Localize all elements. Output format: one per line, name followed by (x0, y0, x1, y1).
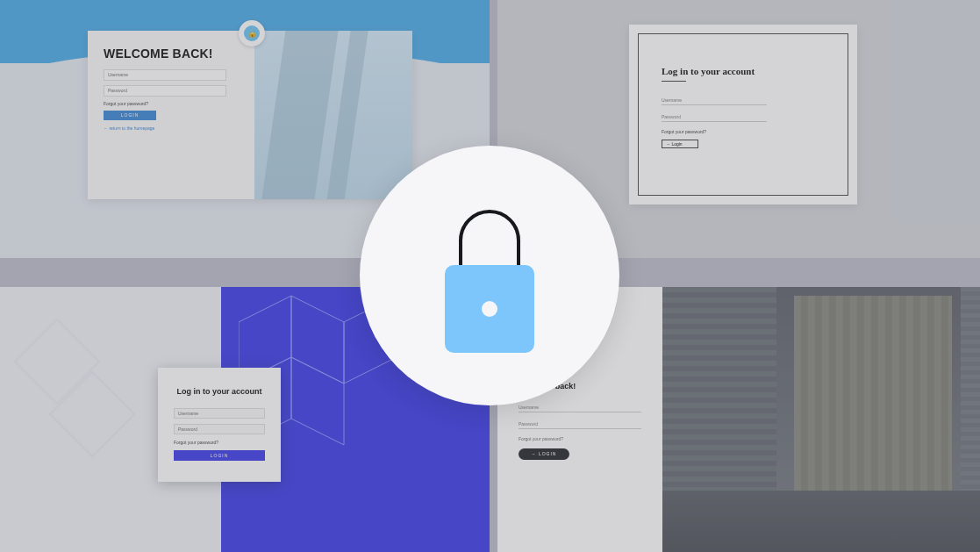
svg-point-6 (482, 301, 497, 317)
login-button[interactable]: LOGIN (174, 450, 265, 461)
forgot-password-link[interactable]: Forgot your password? (104, 101, 239, 106)
forgot-password-link[interactable]: Forgot your password? (662, 129, 825, 134)
username-field[interactable]: Username (174, 408, 265, 419)
svg-marker-2 (291, 357, 344, 445)
center-lock-circle (360, 146, 619, 405)
username-field[interactable]: Username (519, 403, 641, 412)
login-title: Log in to your account (174, 387, 265, 396)
username-field[interactable]: Username (662, 96, 767, 105)
login-card-tl: 🔒 WELCOME BACK! Username Password Forgot… (88, 31, 412, 199)
login-layout-showcase: 🔒 WELCOME BACK! Username Password Forgot… (0, 0, 980, 552)
lock-icon: 🔒 (244, 25, 260, 41)
title-underline (662, 81, 686, 82)
password-field[interactable]: Password (174, 424, 265, 434)
password-field[interactable]: Password (104, 85, 226, 97)
password-field[interactable]: Password (662, 112, 767, 122)
login-card-tr: Log in to your account Username Password… (629, 25, 857, 204)
welcome-title: WELCOME BACK! (104, 47, 239, 61)
forgot-password-link[interactable]: Forgot your password? (519, 436, 641, 441)
login-button[interactable]: LOGIN (104, 111, 156, 120)
forgot-password-link[interactable]: Forgot your password? (174, 440, 265, 445)
login-button[interactable]: Login (662, 140, 698, 148)
password-field[interactable]: Password (519, 419, 641, 429)
username-field[interactable]: Username (104, 69, 226, 81)
hero-image-city (662, 287, 980, 552)
hero-image-bridge (254, 31, 412, 199)
login-card-bl: Log in to your account Username Password… (158, 368, 281, 482)
login-button[interactable]: LOGIN (519, 448, 569, 460)
lock-icon (433, 197, 547, 355)
bg-outline-shapes (18, 322, 140, 462)
lock-badge: 🔒 (239, 20, 265, 47)
login-title: Log in to your account (662, 66, 825, 76)
return-home-link[interactable]: return to the homepage (104, 125, 239, 131)
